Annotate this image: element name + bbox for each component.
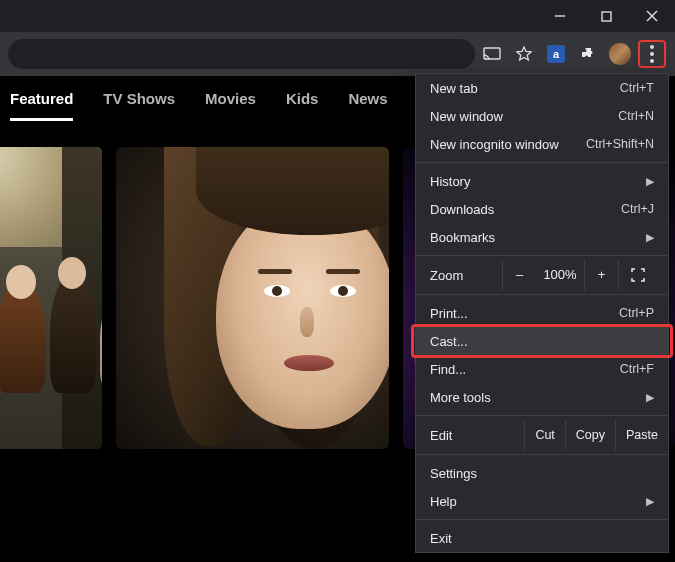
address-bar[interactable] xyxy=(8,39,475,69)
close-button[interactable] xyxy=(629,0,675,32)
menu-new-window[interactable]: New windowCtrl+N xyxy=(416,102,668,130)
menu-exit[interactable]: Exit xyxy=(416,524,668,552)
menu-settings[interactable]: Settings xyxy=(416,459,668,487)
chevron-right-icon: ▶ xyxy=(638,231,654,244)
cast-toolbar-icon[interactable] xyxy=(477,39,507,69)
menu-help[interactable]: Help▶ xyxy=(416,487,668,515)
kebab-icon xyxy=(650,45,654,63)
cut-button[interactable]: Cut xyxy=(524,420,564,450)
zoom-out-button[interactable]: – xyxy=(502,260,536,290)
svg-rect-1 xyxy=(602,12,611,21)
chevron-right-icon: ▶ xyxy=(638,495,654,508)
menu-cast[interactable]: Cast... xyxy=(416,327,668,355)
extensions-puzzle-icon[interactable] xyxy=(573,39,603,69)
chrome-menu-button[interactable] xyxy=(637,39,667,69)
zoom-label: Zoom xyxy=(416,268,502,283)
menu-new-tab[interactable]: New tabCtrl+T xyxy=(416,74,668,102)
bookmark-star-icon[interactable] xyxy=(509,39,539,69)
chrome-menu: New tabCtrl+T New windowCtrl+N New incog… xyxy=(415,73,669,553)
chrome-menu-highlight xyxy=(638,40,666,68)
menu-more-tools[interactable]: More tools▶ xyxy=(416,383,668,411)
content-card-abbey[interactable]: ABBEY xyxy=(0,147,102,449)
minimize-button[interactable] xyxy=(537,0,583,32)
menu-edit-row: Edit Cut Copy Paste xyxy=(416,420,668,450)
fullscreen-button[interactable] xyxy=(618,260,656,290)
extension-a-icon[interactable]: a xyxy=(541,39,571,69)
browser-window: a Featured TV Shows Movies Kids News Spo… xyxy=(0,0,675,562)
content-card-portrait[interactable] xyxy=(116,147,388,449)
copy-button[interactable]: Copy xyxy=(565,420,615,450)
tab-kids[interactable]: Kids xyxy=(286,90,319,107)
svg-rect-4 xyxy=(484,48,500,59)
zoom-value: 100% xyxy=(536,260,584,290)
menu-zoom-row: Zoom – 100% + xyxy=(416,260,668,290)
tab-featured[interactable]: Featured xyxy=(10,90,73,107)
paste-button[interactable]: Paste xyxy=(615,420,668,450)
profile-avatar[interactable] xyxy=(605,39,635,69)
menu-incognito[interactable]: New incognito windowCtrl+Shift+N xyxy=(416,130,668,158)
menu-bookmarks[interactable]: Bookmarks▶ xyxy=(416,223,668,251)
menu-downloads[interactable]: DownloadsCtrl+J xyxy=(416,195,668,223)
menu-history[interactable]: History▶ xyxy=(416,167,668,195)
chevron-right-icon: ▶ xyxy=(638,391,654,404)
menu-print[interactable]: Print...Ctrl+P xyxy=(416,299,668,327)
menu-find[interactable]: Find...Ctrl+F xyxy=(416,355,668,383)
chevron-right-icon: ▶ xyxy=(638,175,654,188)
tab-tv-shows[interactable]: TV Shows xyxy=(103,90,175,107)
tab-news[interactable]: News xyxy=(348,90,387,107)
zoom-in-button[interactable]: + xyxy=(584,260,618,290)
browser-toolbar: a xyxy=(0,32,675,76)
edit-label: Edit xyxy=(416,428,524,443)
tab-movies[interactable]: Movies xyxy=(205,90,256,107)
maximize-button[interactable] xyxy=(583,0,629,32)
titlebar xyxy=(0,0,675,32)
